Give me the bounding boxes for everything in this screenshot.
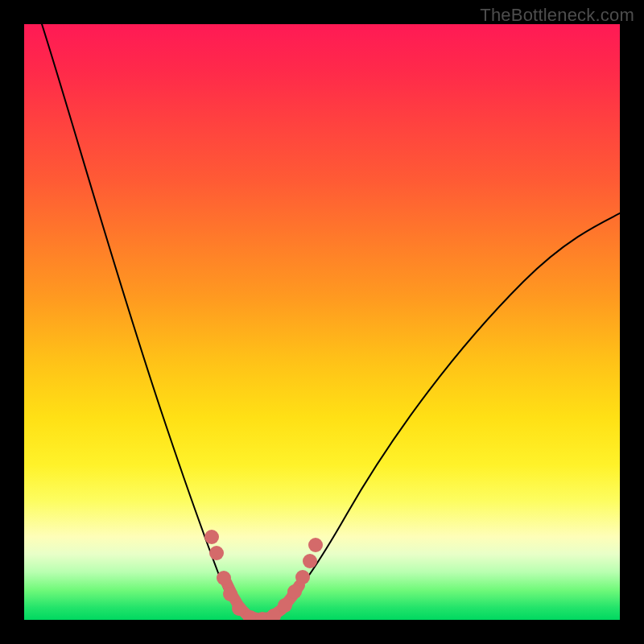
- marker-dot: [308, 538, 323, 552]
- curve-right: [274, 213, 620, 618]
- watermark-text: TheBottleneck.com: [480, 5, 634, 26]
- marker-dot: [278, 598, 292, 613]
- marker-dot: [223, 587, 237, 601]
- outer-frame: TheBottleneck.com: [0, 0, 644, 644]
- marker-dot: [303, 554, 317, 568]
- plot-area: [24, 24, 620, 620]
- marker-dot: [209, 546, 224, 560]
- marker-dot: [295, 570, 310, 584]
- marker-dot: [217, 571, 231, 585]
- marker-dot: [232, 601, 246, 616]
- chart-svg: [24, 24, 620, 620]
- curve-left: [42, 24, 250, 618]
- marker-dot: [204, 530, 219, 544]
- marker-dot: [287, 584, 302, 599]
